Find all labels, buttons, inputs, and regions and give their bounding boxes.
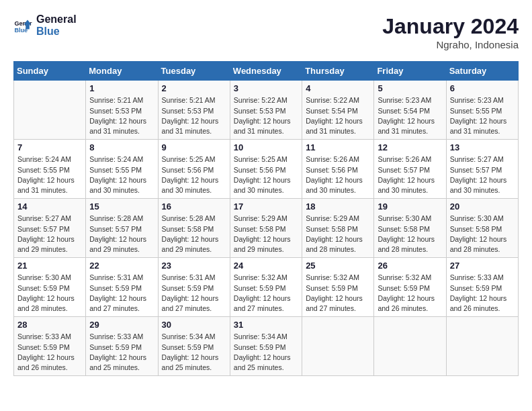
day-info: Sunrise: 5:28 AM Sunset: 5:57 PM Dayligh…	[89, 214, 154, 255]
day-info: Sunrise: 5:34 AM Sunset: 5:59 PM Dayligh…	[162, 332, 226, 373]
day-info: Sunrise: 5:27 AM Sunset: 5:57 PM Dayligh…	[450, 154, 515, 195]
day-info: Sunrise: 5:21 AM Sunset: 5:53 PM Dayligh…	[89, 95, 154, 136]
calendar-cell: 26Sunrise: 5:32 AM Sunset: 5:59 PM Dayli…	[374, 258, 446, 317]
day-info: Sunrise: 5:23 AM Sunset: 5:55 PM Dayligh…	[450, 95, 515, 136]
day-info: Sunrise: 5:23 AM Sunset: 5:54 PM Dayligh…	[378, 95, 442, 136]
day-number: 6	[450, 83, 515, 93]
day-number: 27	[450, 261, 515, 271]
day-number: 10	[234, 142, 298, 152]
calendar-cell: 28Sunrise: 5:33 AM Sunset: 5:59 PM Dayli…	[14, 317, 86, 376]
day-number: 4	[306, 83, 370, 93]
day-number: 21	[17, 261, 82, 271]
calendar-table: SundayMondayTuesdayWednesdayThursdayFrid…	[13, 61, 519, 376]
day-info: Sunrise: 5:30 AM Sunset: 5:58 PM Dayligh…	[450, 214, 515, 255]
svg-text:Blue: Blue	[14, 26, 28, 33]
calendar-cell: 17Sunrise: 5:29 AM Sunset: 5:58 PM Dayli…	[230, 199, 302, 258]
day-number: 3	[234, 83, 298, 93]
day-info: Sunrise: 5:27 AM Sunset: 5:57 PM Dayligh…	[17, 214, 82, 255]
day-number: 18	[306, 201, 370, 212]
day-number: 23	[162, 261, 226, 271]
calendar-cell: 8Sunrise: 5:24 AM Sunset: 5:55 PM Daylig…	[86, 140, 158, 199]
calendar-cell: 21Sunrise: 5:30 AM Sunset: 5:59 PM Dayli…	[14, 258, 86, 317]
day-number: 8	[89, 142, 154, 152]
calendar-cell: 23Sunrise: 5:31 AM Sunset: 5:59 PM Dayli…	[158, 258, 230, 317]
calendar-cell: 5Sunrise: 5:23 AM Sunset: 5:54 PM Daylig…	[374, 81, 446, 140]
day-number: 26	[378, 261, 442, 271]
day-info: Sunrise: 5:33 AM Sunset: 5:59 PM Dayligh…	[450, 273, 515, 314]
day-number: 31	[234, 320, 298, 330]
day-info: Sunrise: 5:33 AM Sunset: 5:59 PM Dayligh…	[17, 332, 82, 373]
calendar-cell: 14Sunrise: 5:27 AM Sunset: 5:57 PM Dayli…	[14, 199, 86, 258]
day-info: Sunrise: 5:26 AM Sunset: 5:56 PM Dayligh…	[306, 154, 370, 195]
calendar-cell	[302, 317, 374, 376]
day-info: Sunrise: 5:31 AM Sunset: 5:59 PM Dayligh…	[162, 273, 226, 314]
weekday-header: Saturday	[446, 62, 518, 81]
day-info: Sunrise: 5:25 AM Sunset: 5:56 PM Dayligh…	[162, 154, 226, 195]
calendar-cell: 24Sunrise: 5:32 AM Sunset: 5:59 PM Dayli…	[230, 258, 302, 317]
day-number: 12	[378, 142, 442, 152]
month-title: January 2024	[382, 13, 519, 39]
day-number: 13	[450, 142, 515, 152]
calendar-cell: 31Sunrise: 5:34 AM Sunset: 5:59 PM Dayli…	[230, 317, 302, 376]
calendar-cell: 4Sunrise: 5:22 AM Sunset: 5:54 PM Daylig…	[302, 81, 374, 140]
calendar-cell: 13Sunrise: 5:27 AM Sunset: 5:57 PM Dayli…	[446, 140, 518, 199]
day-info: Sunrise: 5:22 AM Sunset: 5:54 PM Dayligh…	[306, 95, 370, 136]
day-number: 2	[162, 83, 226, 93]
day-info: Sunrise: 5:21 AM Sunset: 5:53 PM Dayligh…	[162, 95, 226, 136]
calendar-cell	[374, 317, 446, 376]
calendar-cell: 16Sunrise: 5:28 AM Sunset: 5:58 PM Dayli…	[158, 199, 230, 258]
day-number: 22	[89, 261, 154, 271]
weekday-header: Wednesday	[230, 62, 302, 81]
logo-blue: Blue	[36, 26, 77, 38]
calendar-cell	[446, 317, 518, 376]
day-number: 14	[17, 201, 82, 212]
calendar-cell: 22Sunrise: 5:31 AM Sunset: 5:59 PM Dayli…	[86, 258, 158, 317]
day-number: 15	[89, 201, 154, 212]
calendar-cell: 30Sunrise: 5:34 AM Sunset: 5:59 PM Dayli…	[158, 317, 230, 376]
day-info: Sunrise: 5:22 AM Sunset: 5:53 PM Dayligh…	[234, 95, 298, 136]
day-info: Sunrise: 5:28 AM Sunset: 5:58 PM Dayligh…	[162, 214, 226, 255]
day-info: Sunrise: 5:30 AM Sunset: 5:58 PM Dayligh…	[378, 214, 442, 255]
weekday-header: Friday	[374, 62, 446, 81]
calendar-cell: 11Sunrise: 5:26 AM Sunset: 5:56 PM Dayli…	[302, 140, 374, 199]
day-number: 5	[378, 83, 442, 93]
day-info: Sunrise: 5:30 AM Sunset: 5:59 PM Dayligh…	[17, 273, 82, 314]
logo-icon: General Blue	[13, 16, 32, 35]
calendar-cell: 12Sunrise: 5:26 AM Sunset: 5:57 PM Dayli…	[374, 140, 446, 199]
weekday-header: Tuesday	[158, 62, 230, 81]
day-info: Sunrise: 5:34 AM Sunset: 5:59 PM Dayligh…	[234, 332, 298, 373]
day-info: Sunrise: 5:29 AM Sunset: 5:58 PM Dayligh…	[234, 214, 298, 255]
day-number: 17	[234, 201, 298, 212]
weekday-header: Monday	[86, 62, 158, 81]
calendar-cell: 19Sunrise: 5:30 AM Sunset: 5:58 PM Dayli…	[374, 199, 446, 258]
day-info: Sunrise: 5:26 AM Sunset: 5:57 PM Dayligh…	[378, 154, 442, 195]
logo: General Blue General Blue	[13, 13, 77, 37]
day-number: 19	[378, 201, 442, 212]
calendar-cell: 15Sunrise: 5:28 AM Sunset: 5:57 PM Dayli…	[86, 199, 158, 258]
logo-general: General	[36, 13, 77, 26]
day-info: Sunrise: 5:24 AM Sunset: 5:55 PM Dayligh…	[17, 154, 82, 195]
calendar-cell: 27Sunrise: 5:33 AM Sunset: 5:59 PM Dayli…	[446, 258, 518, 317]
day-info: Sunrise: 5:32 AM Sunset: 5:59 PM Dayligh…	[306, 273, 370, 314]
calendar-cell	[14, 81, 86, 140]
day-number: 16	[162, 201, 226, 212]
calendar-cell: 9Sunrise: 5:25 AM Sunset: 5:56 PM Daylig…	[158, 140, 230, 199]
day-info: Sunrise: 5:31 AM Sunset: 5:59 PM Dayligh…	[89, 273, 154, 314]
calendar-cell: 3Sunrise: 5:22 AM Sunset: 5:53 PM Daylig…	[230, 81, 302, 140]
day-number: 11	[306, 142, 370, 152]
day-number: 24	[234, 261, 298, 271]
day-info: Sunrise: 5:32 AM Sunset: 5:59 PM Dayligh…	[234, 273, 298, 314]
weekday-header: Thursday	[302, 62, 374, 81]
day-info: Sunrise: 5:25 AM Sunset: 5:56 PM Dayligh…	[234, 154, 298, 195]
day-number: 20	[450, 201, 515, 212]
day-number: 28	[17, 320, 82, 330]
page-header: General Blue General Blue January 2024 N…	[13, 13, 519, 50]
day-info: Sunrise: 5:29 AM Sunset: 5:58 PM Dayligh…	[306, 214, 370, 255]
day-number: 7	[17, 142, 82, 152]
calendar-cell: 7Sunrise: 5:24 AM Sunset: 5:55 PM Daylig…	[14, 140, 86, 199]
calendar-cell: 2Sunrise: 5:21 AM Sunset: 5:53 PM Daylig…	[158, 81, 230, 140]
calendar-cell: 29Sunrise: 5:33 AM Sunset: 5:59 PM Dayli…	[86, 317, 158, 376]
day-number: 30	[162, 320, 226, 330]
day-info: Sunrise: 5:32 AM Sunset: 5:59 PM Dayligh…	[378, 273, 442, 314]
title-block: January 2024 Ngraho, Indonesia	[382, 13, 519, 50]
